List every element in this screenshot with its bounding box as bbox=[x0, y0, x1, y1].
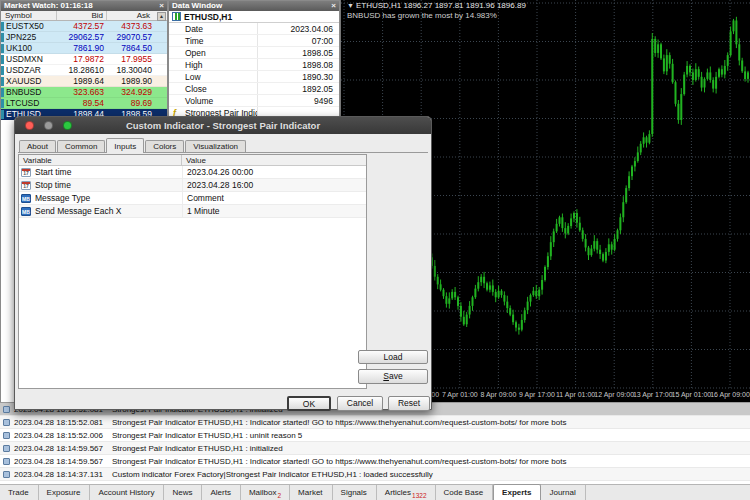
log-message: Strongest Pair Indicator ETHUSD,H1 : uni… bbox=[98, 429, 750, 441]
log-timestamp: 2023.04.28 18:15:52.081 bbox=[14, 416, 98, 428]
terminal-tab[interactable]: Exposure bbox=[39, 485, 91, 500]
market-watch-row[interactable]: USDMXN 17.9872 17.9955 bbox=[1, 54, 167, 65]
market-watch-titlebar[interactable]: Market Watch: 01:16:18 × bbox=[1, 1, 167, 11]
input-variable: MB Send Message Each X bbox=[19, 205, 182, 217]
close-icon[interactable]: × bbox=[331, 1, 336, 11]
window-control-icon[interactable] bbox=[44, 121, 53, 130]
column-variable[interactable]: Variable bbox=[19, 155, 182, 165]
log-row[interactable]: 2023.04.28 18:14:59.567 Strongest Pair I… bbox=[0, 442, 750, 455]
column-value[interactable]: Value bbox=[182, 155, 366, 165]
custom-indicator-dialog: Custom Indicator - Strongest Pair Indica… bbox=[14, 116, 432, 410]
save-button[interactable]: Save bbox=[358, 369, 428, 384]
terminal-tab[interactable]: Account History bbox=[90, 485, 164, 500]
chart-title: ▼ETHUSD,H1 1896.27 1897.81 1891.96 1896.… bbox=[347, 1, 526, 10]
mt4-main-window: Market Watch: 01:16:18 × Symbol Bid Ask … bbox=[0, 0, 750, 500]
column-ask[interactable]: Ask bbox=[107, 11, 153, 20]
market-watch-header: Symbol Bid Ask bbox=[1, 11, 167, 21]
data-window-label: High bbox=[169, 59, 257, 70]
market-watch-row[interactable]: JPN225 29062.57 29070.57 bbox=[1, 32, 167, 43]
inputs-table: Variable Value 17 Start time 2023.04.26 … bbox=[18, 154, 367, 389]
input-value[interactable]: 2023.04.28 16:00 bbox=[182, 179, 366, 191]
data-window-row: High 1898.08 bbox=[169, 59, 339, 71]
terminal-tab[interactable]: Trade bbox=[0, 485, 39, 500]
bid-price: 89.54 bbox=[57, 98, 107, 108]
terminal-tab[interactable]: Code Base bbox=[436, 485, 494, 500]
symbol-name: USDZAR bbox=[4, 65, 57, 75]
terminal-tab[interactable]: Alerts bbox=[202, 485, 240, 500]
terminal-tab[interactable]: Journal bbox=[541, 485, 585, 500]
data-window-value: 2023.04.06 bbox=[257, 23, 339, 34]
log-entry-icon bbox=[3, 419, 10, 426]
data-window-value: 9496 bbox=[257, 95, 339, 106]
input-value[interactable]: 1 Minute bbox=[182, 205, 366, 217]
close-icon[interactable]: × bbox=[159, 1, 164, 11]
window-control-icon[interactable] bbox=[63, 121, 72, 130]
svg-text:9 Apr 17:00: 9 Apr 17:00 bbox=[519, 391, 555, 399]
data-window-value: 1898.08 bbox=[257, 59, 339, 70]
terminal-tab[interactable]: Mailbox2 bbox=[241, 485, 290, 500]
ask-price: 89.69 bbox=[107, 98, 155, 108]
input-type-icon: MB bbox=[21, 207, 31, 216]
terminal-tabbar: Trade Exposure Account History News Aler… bbox=[0, 484, 750, 500]
ask-price: 1989.90 bbox=[107, 76, 155, 86]
log-row[interactable]: 2023.04.28 18:14:59.567 Strongest Pair I… bbox=[0, 455, 750, 468]
data-window-label: Open bbox=[169, 47, 257, 58]
log-row[interactable]: 2023.04.28 18:15:52.081 Strongest Pair I… bbox=[0, 416, 750, 429]
terminal-tab[interactable]: Market bbox=[290, 485, 332, 500]
terminal-tab[interactable]: Articles1322 bbox=[377, 485, 436, 500]
ok-button[interactable]: OK bbox=[287, 396, 331, 411]
input-row[interactable]: MB Send Message Each X 1 Minute bbox=[19, 205, 366, 218]
chart-dropdown-icon[interactable]: ▼ bbox=[347, 2, 354, 9]
data-window-row: Date 2023.04.06 bbox=[169, 23, 339, 35]
input-row[interactable]: 17 Stop time 2023.04.28 16:00 bbox=[19, 179, 366, 192]
dialog-tab[interactable]: Common bbox=[57, 140, 105, 152]
input-row[interactable]: 17 Start time 2023.04.26 00:00 bbox=[19, 166, 366, 179]
log-timestamp: 2023.04.28 18:14:59.567 bbox=[14, 442, 98, 454]
input-type-icon: 17 bbox=[21, 168, 31, 177]
data-window-value: 1898.05 bbox=[257, 47, 339, 58]
input-type-icon: 17 bbox=[21, 181, 31, 190]
input-variable: 17 Start time bbox=[19, 166, 182, 178]
input-value[interactable]: Comment bbox=[182, 192, 366, 204]
data-window-row: Low 1890.30 bbox=[169, 71, 339, 83]
chart-symbol-icon bbox=[172, 12, 181, 21]
log-row[interactable]: 2023.04.28 18:15:52.006 Strongest Pair I… bbox=[0, 429, 750, 442]
bid-price: 1989.64 bbox=[57, 76, 107, 86]
dialog-tab[interactable]: Visualization bbox=[185, 140, 246, 152]
input-row[interactable]: MB Message Type Comment bbox=[19, 192, 366, 205]
terminal-tab[interactable]: News bbox=[164, 485, 202, 500]
input-type-icon: MB bbox=[21, 194, 31, 203]
ask-price: 4373.63 bbox=[107, 21, 155, 31]
input-value[interactable]: 2023.04.26 00:00 bbox=[182, 166, 366, 178]
dialog-tab[interactable]: Colors bbox=[145, 140, 184, 152]
market-watch-row[interactable]: USDZAR 18.28610 18.30040 bbox=[1, 65, 167, 76]
log-row[interactable]: 2023.04.28 18:14:37.131 Custom indicator… bbox=[0, 468, 750, 481]
market-watch-row[interactable]: UK100 7861.90 7864.50 bbox=[1, 43, 167, 54]
terminal-tab[interactable]: Signals bbox=[333, 485, 377, 500]
data-window-label: Time bbox=[169, 35, 257, 46]
market-watch-row[interactable]: LTCUSD 89.54 89.69 bbox=[1, 98, 167, 109]
reset-button[interactable]: Reset bbox=[388, 396, 430, 411]
terminal-tab[interactable]: Experts bbox=[493, 484, 541, 500]
dialog-tab[interactable]: Inputs bbox=[106, 138, 144, 153]
market-watch-row[interactable]: EUSTX50 4372.57 4373.63 bbox=[1, 21, 167, 32]
dialog-titlebar[interactable]: Custom Indicator - Strongest Pair Indica… bbox=[15, 117, 431, 134]
column-symbol[interactable]: Symbol bbox=[1, 11, 57, 20]
market-watch-row[interactable]: BNBUSD 323.663 324.929 bbox=[1, 87, 167, 98]
symbol-name: UK100 bbox=[4, 43, 57, 53]
dialog-tab[interactable]: About bbox=[19, 140, 56, 152]
column-bid[interactable]: Bid bbox=[57, 11, 107, 20]
market-watch-row[interactable]: XAUUSD 1989.64 1989.90 bbox=[1, 76, 167, 87]
symbol-name: XAUUSD bbox=[4, 76, 57, 86]
ask-price: 29070.57 bbox=[107, 32, 155, 42]
window-control-icon[interactable] bbox=[25, 121, 34, 130]
bid-price: 18.28610 bbox=[57, 65, 107, 75]
data-window-title: Data Window bbox=[172, 1, 222, 11]
load-button[interactable]: Load bbox=[358, 350, 428, 364]
cancel-button[interactable]: Cancel bbox=[337, 396, 383, 411]
symbol-name: JPN225 bbox=[4, 32, 57, 42]
svg-text:15 Apr 01:00: 15 Apr 01:00 bbox=[672, 391, 712, 399]
data-window-titlebar[interactable]: Data Window × bbox=[169, 1, 339, 11]
scroll-up-icon[interactable]: ▲ bbox=[157, 12, 166, 21]
log-entry-icon bbox=[3, 406, 10, 413]
